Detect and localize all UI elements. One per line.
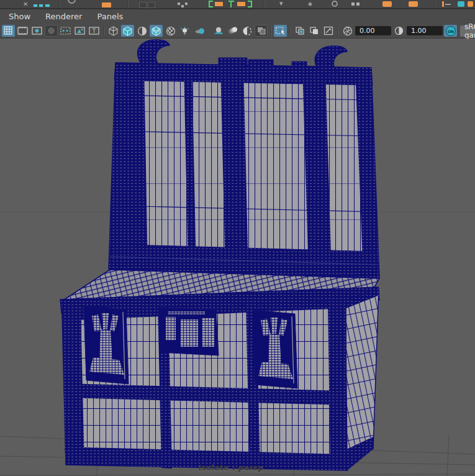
wireframe-on-shaded-icon[interactable] <box>135 25 148 37</box>
motion-blur-icon[interactable] <box>226 25 239 37</box>
safe-action-icon[interactable] <box>73 25 86 37</box>
chest-lid <box>109 40 379 278</box>
exposure-field[interactable]: 0.00 <box>355 26 391 35</box>
svg-text:T: T <box>92 28 96 34</box>
wireframe-cube-icon[interactable] <box>107 25 120 37</box>
textured-cube-icon[interactable] <box>150 25 163 37</box>
viewport-3d[interactable]: Isolate : persp <box>0 39 475 476</box>
multisampling-icon[interactable] <box>255 25 268 37</box>
snap-cross-icon[interactable]: ✕ <box>23 0 28 8</box>
pixel-grid-icon[interactable] <box>178 2 180 5</box>
wireframe-chest-canvas <box>0 39 475 476</box>
chest-lock <box>158 308 219 355</box>
contrast-half-circle-icon[interactable] <box>392 25 405 37</box>
divider <box>289 26 291 35</box>
orange-shelf-icon-2[interactable] <box>409 1 418 7</box>
panel-layout-icon[interactable] <box>2 25 15 37</box>
divider <box>270 25 271 37</box>
diamond-icon[interactable]: ◆ <box>308 0 312 8</box>
gamma-on-icon[interactable]: ON <box>444 25 457 37</box>
pixel-grid-icon <box>181 5 184 7</box>
use-default-material-icon[interactable] <box>164 25 177 37</box>
snap-to-curve-icon <box>230 1 232 7</box>
viewport-toolbar: T <box>0 24 475 39</box>
xray-joints-icon[interactable] <box>307 25 320 37</box>
orange-shelf-icon-1[interactable] <box>382 1 392 7</box>
camera-label: Isolate : persp <box>199 464 264 472</box>
menu-renderer[interactable]: Renderer <box>38 9 89 24</box>
divider <box>59 0 60 8</box>
treasure-chest-model <box>60 40 379 470</box>
panel-menubar: Show Renderer Panels <box>0 9 475 24</box>
depth-of-field-icon[interactable] <box>240 25 253 37</box>
snap-to-grid-icon[interactable] <box>215 2 223 6</box>
mini-orange-icon <box>445 4 451 5</box>
gate-mask-icon[interactable] <box>45 25 58 37</box>
pixel-grid-icon <box>185 2 188 5</box>
render-globe-icon[interactable] <box>332 1 338 7</box>
film-gate-icon[interactable] <box>16 25 29 37</box>
contrast-field[interactable]: 1.00 <box>407 26 443 35</box>
square-pair-icon[interactable] <box>351 2 355 6</box>
colorspace-selected: sRGB gamma <box>464 22 475 40</box>
divider <box>264 0 265 8</box>
resolution-gate-icon[interactable] <box>30 25 43 37</box>
maya-viewport-window: ✕ ▾ ◆ Show Renderer Pa <box>0 0 475 476</box>
snap-to-point-icon <box>248 1 252 7</box>
exposure-pen-icon[interactable] <box>322 25 335 37</box>
shadows-icon[interactable] <box>192 25 206 37</box>
field-chart-icon[interactable] <box>59 25 72 37</box>
chest-bracket-right <box>253 310 297 388</box>
xray-icon[interactable] <box>293 25 306 37</box>
chevron-down-icon[interactable]: ▾ <box>279 0 283 7</box>
smooth-shade-cube-icon[interactable] <box>121 25 134 37</box>
lighting-icon[interactable] <box>178 25 191 37</box>
teal-shelf-icon[interactable] <box>458 1 464 7</box>
divider <box>127 0 129 8</box>
orange-shelf-icon-3[interactable] <box>468 1 473 7</box>
chest-box <box>60 287 379 470</box>
exposure-aperture-icon[interactable] <box>341 25 354 37</box>
menu-show[interactable]: Show <box>1 9 38 24</box>
layer-pair-icon[interactable] <box>139 2 147 8</box>
safe-title-icon[interactable]: T <box>88 25 101 37</box>
circle-tool-icon[interactable] <box>68 0 76 4</box>
layer-pair-icon[interactable] <box>148 2 155 8</box>
divider <box>103 26 104 35</box>
isolate-select-icon[interactable] <box>274 25 287 37</box>
coords-readout-icon <box>34 4 37 7</box>
coords-readout-icon <box>45 4 50 7</box>
coords-readout-icon <box>39 4 43 7</box>
divider <box>435 0 436 8</box>
mini-orange-icon[interactable] <box>442 1 444 7</box>
snap-to-grid-icon[interactable] <box>209 1 213 7</box>
snap-to-point-icon[interactable] <box>237 2 245 6</box>
chest-bracket-left <box>84 306 129 384</box>
divider <box>208 26 209 35</box>
colorspace-dropdown[interactable]: sRGB gamma ▼ <box>460 25 475 37</box>
divider <box>337 26 338 35</box>
orange-tool-icon[interactable] <box>102 2 111 7</box>
menu-panels[interactable]: Panels <box>89 9 130 24</box>
ambient-occlusion-icon[interactable] <box>212 25 225 37</box>
svg-text:ON: ON <box>447 29 453 34</box>
shelf-strip: ✕ ▾ ◆ <box>0 0 475 8</box>
square-pair-icon <box>356 2 360 6</box>
